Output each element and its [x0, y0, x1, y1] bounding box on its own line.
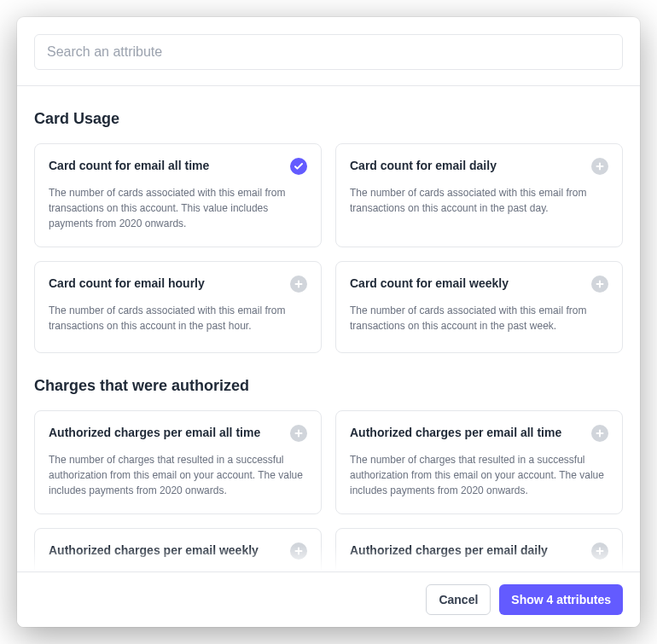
content-scroll-area: Card Usage Card count for email all time… [17, 86, 640, 571]
check-icon[interactable] [290, 158, 307, 175]
section-card-usage: Card Usage Card count for email all time… [34, 110, 623, 353]
attribute-card[interactable]: Authorized charges per email daily [335, 528, 623, 571]
attribute-card[interactable]: Card count for email daily The number of… [335, 143, 623, 247]
attribute-picker-modal: Card Usage Card count for email all time… [17, 17, 640, 627]
section-title-card-usage: Card Usage [34, 110, 623, 128]
attribute-description: The number of cards associated with this… [49, 185, 307, 231]
attribute-description: The number of charges that resulted in a… [49, 452, 307, 498]
attribute-title: Card count for email hourly [49, 276, 205, 291]
plus-circle-icon[interactable] [591, 276, 608, 293]
attribute-description: The number of charges that resulted in a… [350, 452, 608, 498]
attribute-title: Authorized charges per email weekly [49, 542, 259, 558]
attribute-title: Authorized charges per email all time [49, 425, 260, 440]
attribute-description: The number of cards associated with this… [350, 185, 608, 216]
plus-circle-icon[interactable] [591, 158, 608, 175]
attribute-card[interactable]: Authorized charges per email all time Th… [335, 410, 623, 514]
attribute-title: Card count for email daily [350, 158, 497, 173]
attribute-card[interactable]: Authorized charges per email all time Th… [34, 410, 322, 514]
search-bar [17, 17, 640, 86]
attribute-title: Authorized charges per email daily [350, 542, 548, 558]
attribute-description: The number of cards associated with this… [350, 303, 608, 334]
attribute-card[interactable]: Card count for email hourly The number o… [34, 261, 322, 353]
search-input[interactable] [34, 34, 623, 70]
section-title-authorized-charges: Charges that were authorized [34, 377, 623, 395]
card-usage-grid: Card count for email all time The number… [34, 143, 623, 353]
attribute-description: The number of cards associated with this… [49, 303, 307, 334]
attribute-card[interactable]: Card count for email weekly The number o… [335, 261, 623, 353]
authorized-charges-grid: Authorized charges per email all time Th… [34, 410, 623, 571]
attribute-title: Authorized charges per email all time [350, 425, 561, 440]
cancel-button[interactable]: Cancel [426, 584, 491, 615]
section-authorized-charges: Charges that were authorized Authorized … [34, 377, 623, 571]
attribute-card[interactable]: Authorized charges per email weekly [34, 528, 322, 571]
plus-circle-icon[interactable] [591, 542, 608, 560]
modal-footer: Cancel Show 4 attributes [17, 571, 640, 627]
plus-circle-icon[interactable] [290, 542, 307, 560]
attribute-title: Card count for email all time [49, 158, 209, 173]
plus-circle-icon[interactable] [290, 276, 307, 293]
attribute-card[interactable]: Card count for email all time The number… [34, 143, 322, 247]
plus-circle-icon[interactable] [591, 425, 608, 442]
plus-circle-icon[interactable] [290, 425, 307, 442]
show-attributes-button[interactable]: Show 4 attributes [499, 584, 623, 615]
attribute-title: Card count for email weekly [350, 276, 509, 291]
